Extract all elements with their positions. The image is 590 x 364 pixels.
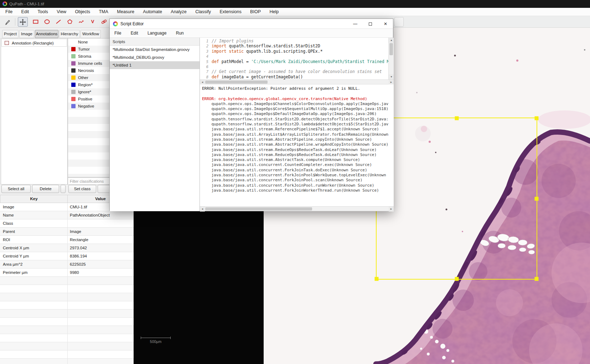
script-item[interactable]: *Multimodal_DEBUG.groovy (110, 53, 200, 61)
code-vertical-scrollbar[interactable]: ▲ ▼ (388, 38, 394, 79)
console-output[interactable]: ERROR: NullPointerException: Pointer add… (200, 84, 394, 206)
table-row: Centroid Y µm8386.194 (0, 252, 134, 260)
scroll-right-arrow-icon[interactable]: ► (389, 207, 394, 212)
scroll-down-arrow-icon[interactable]: ▼ (389, 74, 394, 79)
scroll-right-arrow-icon[interactable]: ► (389, 80, 394, 85)
select-all-button[interactable]: Select all (1, 185, 31, 193)
script-editor-icon (113, 21, 118, 26)
menu-objects[interactable]: Objects (72, 8, 94, 16)
table-row: ROIRectangle (0, 236, 134, 244)
empty-row (0, 310, 134, 318)
polygon-tool-button[interactable] (65, 17, 75, 27)
script-editor-window[interactable]: Script Editor — ✕ File Edit Language Run… (109, 19, 393, 211)
annotation-selection-rectangle[interactable] (376, 118, 537, 280)
menu-help[interactable]: Help (266, 8, 282, 16)
se-menu-language[interactable]: Language (144, 29, 170, 37)
menu-edit[interactable]: Edit (18, 8, 33, 16)
class-color-chip (71, 76, 76, 80)
close-button[interactable]: ✕ (380, 19, 391, 29)
script-editor-right-pane: 1// Import plugins 2import qupath.tensor… (200, 38, 394, 211)
stack-trace-line: qupath.opencv.ops.ImageOps$Core$Sequenti… (202, 106, 394, 111)
table-row: NamePathAnnotationObject (0, 211, 134, 219)
stack-trace-line: qupath.tensorflow.stardist.StarDist2D.de… (202, 117, 394, 122)
script-editor-title-bar[interactable]: Script Editor — ✕ (110, 19, 393, 29)
empty-row (0, 301, 134, 310)
window-title: QuPath - CMU-1.tif (9, 0, 44, 8)
console-horizontal-scrollbar[interactable]: ◄ ► (200, 206, 394, 211)
scroll-left-arrow-icon[interactable]: ◄ (200, 80, 205, 85)
maximize-button[interactable] (365, 19, 376, 29)
stack-trace-line: java.base/java.util.stream.ReduceOps$Red… (202, 152, 394, 157)
more-button[interactable] (61, 185, 66, 193)
menu-measure[interactable]: Measure (113, 8, 138, 16)
tab-annotations[interactable]: Annotations (35, 30, 58, 38)
tab-workflow[interactable]: Workflow (81, 30, 101, 38)
v-tool-label: V (91, 19, 94, 24)
scroll-left-arrow-icon[interactable]: ◄ (200, 207, 205, 212)
tab-project[interactable]: Project (2, 30, 19, 38)
scrollbar-thumb[interactable] (205, 80, 268, 84)
brush-icon (78, 19, 84, 25)
menu-biop[interactable]: BIOP (247, 8, 264, 16)
annotation-list-item[interactable]: Annotation (Rectangle) (1, 39, 67, 47)
resize-handle-top-right[interactable] (535, 116, 539, 120)
menu-analyze[interactable]: Analyze (167, 8, 190, 16)
script-item-selected[interactable]: *Untitled 1 (110, 61, 200, 69)
script-item[interactable]: *Multimodal StarDist Segmentation.groovy (110, 46, 200, 53)
class-color-chip (71, 61, 76, 66)
points-tool-button[interactable]: V (88, 17, 98, 27)
link-icon (101, 19, 107, 25)
scripts-list-panel: Scripts *Multimodal StarDist Segmentatio… (110, 38, 200, 211)
code-horizontal-scrollbar[interactable]: ◄ ► (200, 79, 394, 84)
rectangle-tool-button[interactable] (31, 17, 41, 27)
se-menu-run[interactable]: Run (172, 29, 188, 37)
resize-handle-bottom-left[interactable] (375, 277, 379, 281)
resize-handle-top-center[interactable] (455, 116, 459, 120)
qupath-app: QuPath - CMU-1.tif File Edit Tools View … (0, 0, 590, 364)
se-menu-file[interactable]: File (110, 29, 125, 37)
scrollbar-thumb[interactable] (205, 207, 312, 210)
code-editor[interactable]: 1// Import plugins 2import qupath.tensor… (200, 38, 394, 79)
menu-tools[interactable]: Tools (34, 8, 52, 16)
minimize-button[interactable]: — (350, 19, 361, 29)
empty-row (0, 359, 134, 364)
selection-link-button[interactable] (99, 17, 109, 27)
pen-tool-button[interactable] (3, 17, 13, 27)
brush-tool-button[interactable] (76, 17, 86, 27)
stack-trace-line: qupath.tensorflow.stardist.StarDist2D.la… (202, 122, 394, 127)
se-menu-edit[interactable]: Edit (127, 29, 142, 37)
scale-bar-label: 500µm (141, 339, 171, 344)
table-row: Centroid X µm2973.042 (0, 244, 134, 252)
pen-icon (5, 19, 11, 25)
line-tool-button[interactable] (53, 17, 63, 27)
ellipse-tool-button[interactable] (42, 17, 52, 27)
empty-row (0, 334, 134, 342)
menu-view[interactable]: View (53, 8, 70, 16)
empty-row (0, 350, 134, 359)
error-line: ERROR: NullPointerException: Pointer add… (202, 86, 394, 91)
script-editor-menu-bar: File Edit Language Run (110, 29, 393, 38)
tab-image[interactable]: Image (19, 30, 34, 38)
annotation-list[interactable]: Annotation (Rectangle) (1, 38, 68, 184)
empty-row (0, 293, 134, 301)
menu-automate[interactable]: Automate (139, 8, 166, 16)
code-line: 8def imageData = getCurrentImageData() (200, 74, 394, 79)
resize-handle-middle-right[interactable] (535, 197, 539, 201)
scrollbar-thumb[interactable] (389, 43, 393, 55)
empty-row (0, 326, 134, 334)
menu-tma[interactable]: TMA (95, 8, 112, 16)
scroll-up-arrow-icon[interactable]: ▲ (389, 38, 394, 43)
toolbar-button-partial[interactable] (394, 17, 404, 27)
menu-extensions[interactable]: Extensions (216, 8, 245, 16)
menu-classify[interactable]: Classify (192, 8, 214, 16)
menu-file[interactable]: File (2, 8, 16, 16)
tab-hierarchy[interactable]: Hierarchy (59, 30, 80, 38)
resize-handle-bottom-right[interactable] (535, 277, 539, 281)
stack-trace-line: java.base/java.util.stream.ReferencePipe… (202, 127, 394, 132)
set-class-button[interactable]: Set class (68, 185, 96, 193)
resize-handle-bottom-center[interactable] (455, 277, 459, 281)
stack-trace-line: qupath.opencv.ops.ImageOps$Channels$Colo… (202, 102, 394, 106)
stack-trace-line: java.base/java.util.stream.AbstractPipel… (202, 137, 394, 142)
delete-button[interactable]: Delete (32, 185, 59, 193)
move-tool-button[interactable] (18, 17, 28, 27)
